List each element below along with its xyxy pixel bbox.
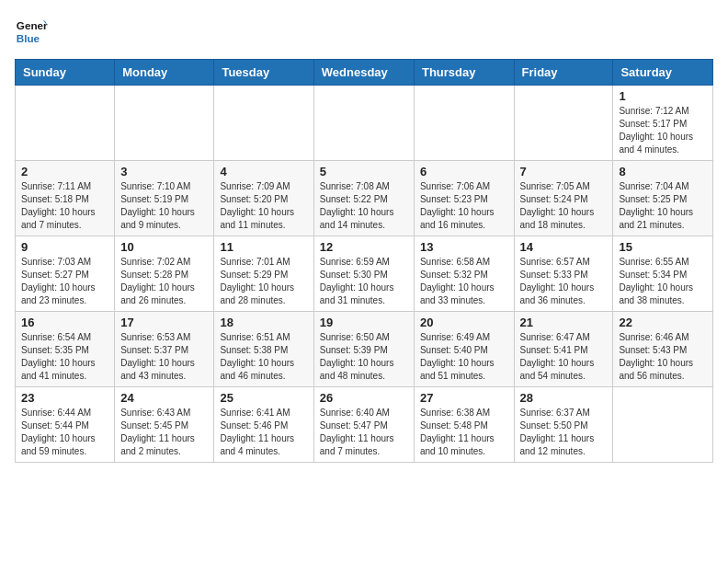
calendar-header-row: SundayMondayTuesdayWednesdayThursdayFrid… bbox=[16, 60, 713, 86]
day-info: Sunrise: 7:11 AM Sunset: 5:18 PM Dayligh… bbox=[21, 180, 108, 232]
day-info: Sunrise: 7:01 AM Sunset: 5:29 PM Dayligh… bbox=[220, 256, 307, 307]
calendar-cell: 1Sunrise: 7:12 AM Sunset: 5:17 PM Daylig… bbox=[613, 86, 713, 161]
calendar-cell: 17Sunrise: 6:53 AM Sunset: 5:37 PM Dayli… bbox=[115, 312, 214, 387]
day-info: Sunrise: 6:47 AM Sunset: 5:41 PM Dayligh… bbox=[520, 331, 608, 383]
day-info: Sunrise: 7:04 AM Sunset: 5:25 PM Dayligh… bbox=[619, 180, 707, 232]
calendar-cell: 9Sunrise: 7:03 AM Sunset: 5:27 PM Daylig… bbox=[16, 236, 115, 312]
day-number: 25 bbox=[220, 391, 307, 405]
calendar-cell: 11Sunrise: 7:01 AM Sunset: 5:29 PM Dayli… bbox=[214, 236, 313, 312]
day-of-week-header: Monday bbox=[115, 60, 214, 86]
day-of-week-header: Thursday bbox=[414, 60, 514, 86]
calendar-cell: 14Sunrise: 6:57 AM Sunset: 5:33 PM Dayli… bbox=[514, 236, 613, 312]
calendar-week-row: 9Sunrise: 7:03 AM Sunset: 5:27 PM Daylig… bbox=[16, 236, 713, 312]
calendar-cell: 4Sunrise: 7:09 AM Sunset: 5:20 PM Daylig… bbox=[214, 161, 313, 236]
calendar-cell bbox=[115, 86, 214, 161]
day-number: 5 bbox=[320, 165, 408, 178]
calendar-cell: 28Sunrise: 6:37 AM Sunset: 5:50 PM Dayli… bbox=[514, 387, 613, 463]
calendar-cell: 21Sunrise: 6:47 AM Sunset: 5:41 PM Dayli… bbox=[514, 312, 613, 387]
day-number: 20 bbox=[420, 316, 508, 329]
calendar-cell bbox=[214, 86, 313, 161]
page-header: GeneralBlue bbox=[15, 15, 713, 48]
day-of-week-header: Friday bbox=[514, 60, 613, 86]
day-info: Sunrise: 6:40 AM Sunset: 5:47 PM Dayligh… bbox=[320, 407, 408, 458]
day-info: Sunrise: 6:57 AM Sunset: 5:33 PM Dayligh… bbox=[520, 256, 608, 307]
day-number: 21 bbox=[520, 316, 608, 329]
day-info: Sunrise: 6:44 AM Sunset: 5:44 PM Dayligh… bbox=[21, 407, 108, 458]
calendar-cell: 19Sunrise: 6:50 AM Sunset: 5:39 PM Dayli… bbox=[313, 312, 414, 387]
day-number: 3 bbox=[120, 165, 208, 178]
day-number: 28 bbox=[520, 391, 608, 405]
calendar-cell: 20Sunrise: 6:49 AM Sunset: 5:40 PM Dayli… bbox=[414, 312, 514, 387]
calendar-cell: 15Sunrise: 6:55 AM Sunset: 5:34 PM Dayli… bbox=[613, 236, 713, 312]
day-of-week-header: Wednesday bbox=[313, 60, 414, 86]
day-info: Sunrise: 6:53 AM Sunset: 5:37 PM Dayligh… bbox=[120, 331, 208, 383]
day-info: Sunrise: 6:41 AM Sunset: 5:46 PM Dayligh… bbox=[220, 407, 307, 458]
calendar-cell bbox=[313, 86, 414, 161]
day-number: 27 bbox=[420, 391, 508, 405]
day-info: Sunrise: 7:05 AM Sunset: 5:24 PM Dayligh… bbox=[520, 180, 608, 232]
day-info: Sunrise: 6:51 AM Sunset: 5:38 PM Dayligh… bbox=[220, 331, 307, 383]
day-number: 10 bbox=[120, 240, 208, 254]
day-number: 6 bbox=[420, 165, 508, 178]
calendar-week-row: 23Sunrise: 6:44 AM Sunset: 5:44 PM Dayli… bbox=[16, 387, 713, 463]
day-number: 2 bbox=[21, 165, 108, 178]
logo: GeneralBlue bbox=[15, 15, 48, 48]
day-info: Sunrise: 7:03 AM Sunset: 5:27 PM Dayligh… bbox=[21, 256, 108, 307]
calendar-cell: 13Sunrise: 6:58 AM Sunset: 5:32 PM Dayli… bbox=[414, 236, 514, 312]
day-info: Sunrise: 6:46 AM Sunset: 5:43 PM Dayligh… bbox=[619, 331, 707, 383]
calendar-cell: 6Sunrise: 7:06 AM Sunset: 5:23 PM Daylig… bbox=[414, 161, 514, 236]
calendar-table: SundayMondayTuesdayWednesdayThursdayFrid… bbox=[15, 59, 713, 463]
day-number: 9 bbox=[21, 240, 108, 254]
day-info: Sunrise: 6:59 AM Sunset: 5:30 PM Dayligh… bbox=[320, 256, 408, 307]
day-number: 8 bbox=[619, 165, 707, 178]
calendar-cell: 8Sunrise: 7:04 AM Sunset: 5:25 PM Daylig… bbox=[613, 161, 713, 236]
svg-text:General: General bbox=[17, 19, 48, 31]
day-info: Sunrise: 6:38 AM Sunset: 5:48 PM Dayligh… bbox=[420, 407, 508, 458]
calendar-cell: 16Sunrise: 6:54 AM Sunset: 5:35 PM Dayli… bbox=[16, 312, 115, 387]
day-of-week-header: Saturday bbox=[613, 60, 713, 86]
calendar-cell: 26Sunrise: 6:40 AM Sunset: 5:47 PM Dayli… bbox=[313, 387, 414, 463]
day-info: Sunrise: 6:37 AM Sunset: 5:50 PM Dayligh… bbox=[520, 407, 608, 458]
calendar-cell bbox=[613, 387, 713, 463]
day-info: Sunrise: 7:12 AM Sunset: 5:17 PM Dayligh… bbox=[619, 105, 707, 156]
logo-icon: GeneralBlue bbox=[15, 15, 48, 48]
calendar-cell: 7Sunrise: 7:05 AM Sunset: 5:24 PM Daylig… bbox=[514, 161, 613, 236]
calendar-cell: 10Sunrise: 7:02 AM Sunset: 5:28 PM Dayli… bbox=[115, 236, 214, 312]
calendar-week-row: 1Sunrise: 7:12 AM Sunset: 5:17 PM Daylig… bbox=[16, 86, 713, 161]
calendar-cell: 2Sunrise: 7:11 AM Sunset: 5:18 PM Daylig… bbox=[16, 161, 115, 236]
day-info: Sunrise: 7:08 AM Sunset: 5:22 PM Dayligh… bbox=[320, 180, 408, 232]
day-number: 4 bbox=[220, 165, 307, 178]
day-number: 22 bbox=[619, 316, 707, 329]
day-number: 15 bbox=[619, 240, 707, 254]
day-info: Sunrise: 6:55 AM Sunset: 5:34 PM Dayligh… bbox=[619, 256, 707, 307]
calendar-cell bbox=[414, 86, 514, 161]
day-of-week-header: Tuesday bbox=[214, 60, 313, 86]
calendar-cell: 23Sunrise: 6:44 AM Sunset: 5:44 PM Dayli… bbox=[16, 387, 115, 463]
svg-text:Blue: Blue bbox=[17, 32, 40, 44]
calendar-cell: 3Sunrise: 7:10 AM Sunset: 5:19 PM Daylig… bbox=[115, 161, 214, 236]
calendar-week-row: 2Sunrise: 7:11 AM Sunset: 5:18 PM Daylig… bbox=[16, 161, 713, 236]
day-of-week-header: Sunday bbox=[16, 60, 115, 86]
calendar-cell: 24Sunrise: 6:43 AM Sunset: 5:45 PM Dayli… bbox=[115, 387, 214, 463]
day-number: 1 bbox=[619, 89, 707, 103]
day-number: 26 bbox=[320, 391, 408, 405]
day-number: 17 bbox=[120, 316, 208, 329]
day-info: Sunrise: 7:02 AM Sunset: 5:28 PM Dayligh… bbox=[120, 256, 208, 307]
day-info: Sunrise: 6:50 AM Sunset: 5:39 PM Dayligh… bbox=[320, 331, 408, 383]
day-number: 18 bbox=[220, 316, 307, 329]
calendar-cell: 5Sunrise: 7:08 AM Sunset: 5:22 PM Daylig… bbox=[313, 161, 414, 236]
day-info: Sunrise: 6:43 AM Sunset: 5:45 PM Dayligh… bbox=[120, 407, 208, 458]
day-number: 14 bbox=[520, 240, 608, 254]
calendar-cell: 27Sunrise: 6:38 AM Sunset: 5:48 PM Dayli… bbox=[414, 387, 514, 463]
day-number: 12 bbox=[320, 240, 408, 254]
calendar-cell: 18Sunrise: 6:51 AM Sunset: 5:38 PM Dayli… bbox=[214, 312, 313, 387]
day-info: Sunrise: 7:10 AM Sunset: 5:19 PM Dayligh… bbox=[120, 180, 208, 232]
day-number: 24 bbox=[120, 391, 208, 405]
day-info: Sunrise: 6:58 AM Sunset: 5:32 PM Dayligh… bbox=[420, 256, 508, 307]
day-info: Sunrise: 7:09 AM Sunset: 5:20 PM Dayligh… bbox=[220, 180, 307, 232]
day-number: 16 bbox=[21, 316, 108, 329]
day-info: Sunrise: 6:54 AM Sunset: 5:35 PM Dayligh… bbox=[21, 331, 108, 383]
day-info: Sunrise: 6:49 AM Sunset: 5:40 PM Dayligh… bbox=[420, 331, 508, 383]
calendar-cell: 12Sunrise: 6:59 AM Sunset: 5:30 PM Dayli… bbox=[313, 236, 414, 312]
calendar-cell: 22Sunrise: 6:46 AM Sunset: 5:43 PM Dayli… bbox=[613, 312, 713, 387]
